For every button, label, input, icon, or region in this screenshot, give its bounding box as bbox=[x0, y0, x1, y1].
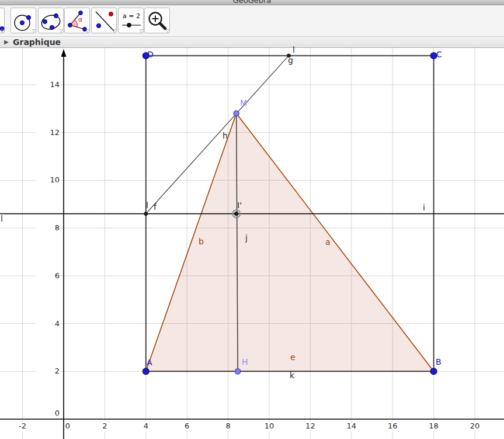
circle-tool-button[interactable]: ▽ bbox=[11, 8, 36, 33]
object-label-i: i bbox=[423, 203, 425, 212]
object-label-I: I' bbox=[237, 201, 242, 210]
x-axis-tick-label: 20 bbox=[470, 421, 481, 431]
geometry-canvas[interactable] bbox=[0, 48, 504, 439]
object-label-C: C bbox=[436, 50, 442, 59]
object-label-B: B bbox=[436, 358, 442, 367]
object-label-l: l bbox=[146, 201, 148, 210]
x-axis-tick-label: 8 bbox=[225, 421, 231, 431]
tool-dropdown-arrow-icon[interactable]: ▽ bbox=[166, 29, 169, 33]
object-label-e: e bbox=[290, 353, 296, 362]
object-label-a: a bbox=[325, 238, 331, 247]
object-label-H: H bbox=[242, 358, 248, 367]
tool-dropdown-arrow-icon[interactable]: ▽ bbox=[86, 29, 89, 33]
tool-dropdown-arrow-icon[interactable]: ▽ bbox=[1, 29, 4, 33]
object-label-f: f bbox=[154, 203, 157, 212]
tool-dropdown-arrow-icon[interactable]: ▽ bbox=[140, 29, 143, 33]
y-axis-tick-label: 2 bbox=[36, 367, 60, 376]
y-axis-tick-label: 4 bbox=[36, 319, 60, 329]
object-label-M: M bbox=[240, 99, 247, 108]
angle-tool-button[interactable]: α ▽ bbox=[64, 8, 90, 33]
x-axis-tick-label: 18 bbox=[428, 421, 439, 431]
y-axis-tick-label: 12 bbox=[36, 128, 60, 137]
window-titlebar: GeoGebra bbox=[0, 0, 504, 5]
y-axis-tick-label: 14 bbox=[36, 80, 60, 89]
x-axis-tick-label: 6 bbox=[184, 421, 190, 431]
y-axis-arrow-icon bbox=[61, 49, 67, 57]
triangle-AMB[interactable] bbox=[146, 113, 434, 371]
point-B[interactable] bbox=[430, 368, 437, 375]
line-tool-button[interactable]: ▽ bbox=[91, 8, 117, 33]
move-tool-button[interactable]: ▽ bbox=[0, 8, 5, 33]
object-label-b: b bbox=[199, 237, 204, 246]
x-axis-tick-label: -2 bbox=[18, 421, 27, 431]
collapse-arrow-icon[interactable]: ▶ bbox=[4, 39, 9, 45]
point-H[interactable] bbox=[235, 369, 241, 374]
svg-text:α: α bbox=[78, 16, 82, 23]
zoom-tool-button[interactable]: ▽ bbox=[144, 8, 170, 33]
y-axis-tick-label: 6 bbox=[36, 271, 60, 281]
y-axis-tick-label: 10 bbox=[36, 175, 60, 185]
object-label-k: k bbox=[290, 371, 294, 380]
panel-title: Graphique bbox=[13, 37, 61, 47]
x-axis-tick-label: 16 bbox=[387, 421, 398, 431]
tool-dropdown-arrow-icon[interactable]: ▽ bbox=[60, 29, 63, 33]
window-title: GeoGebra bbox=[0, 0, 504, 5]
object-label-D: D bbox=[147, 50, 154, 59]
x-axis-tick-label: 14 bbox=[346, 421, 357, 431]
point-M[interactable] bbox=[234, 110, 239, 116]
object-label-h: h bbox=[223, 132, 228, 140]
tool-dropdown-arrow-icon[interactable]: ▽ bbox=[32, 29, 36, 33]
x-axis-tick-label: 12 bbox=[305, 421, 316, 431]
x-axis-tick-label: 4 bbox=[143, 421, 149, 431]
object-label-A: A bbox=[147, 358, 152, 367]
object-label-j: j bbox=[245, 234, 248, 243]
y-axis-tick-label: 0 bbox=[36, 409, 60, 418]
tool-dropdown-arrow-icon[interactable]: ▽ bbox=[113, 29, 116, 33]
point-A[interactable] bbox=[142, 368, 149, 375]
x-axis-tick-label: 2 bbox=[102, 421, 107, 431]
graphics-view[interactable]: ABCDMHI'lflghjkilabe-2024681012141618200… bbox=[0, 48, 504, 439]
conic-tool-button[interactable]: ▽ bbox=[38, 8, 64, 33]
svg-text:a = 2: a = 2 bbox=[123, 12, 140, 20]
toolbar: ▽ ▽ ▽ α ▽ ▽a = 2 ▽ bbox=[0, 5, 504, 36]
slider-tool-button[interactable]: a = 2 ▽ bbox=[118, 8, 144, 33]
x-axis-tick-label: 0 bbox=[65, 421, 71, 431]
y-axis-tick-label: 8 bbox=[36, 223, 60, 233]
graphics-panel-header[interactable]: ▶ Graphique bbox=[0, 36, 504, 48]
point-I'[interactable] bbox=[234, 212, 238, 215]
object-label-g: g bbox=[288, 56, 293, 65]
point-I[interactable] bbox=[144, 212, 148, 216]
object-label-l: l bbox=[293, 46, 295, 54]
x-axis-tick-label: 10 bbox=[264, 421, 275, 431]
object-label-l: l bbox=[1, 215, 3, 223]
geogebra-window: GeoGebra ▽ ▽ ▽ α ▽ ▽a = 2 bbox=[0, 0, 504, 439]
